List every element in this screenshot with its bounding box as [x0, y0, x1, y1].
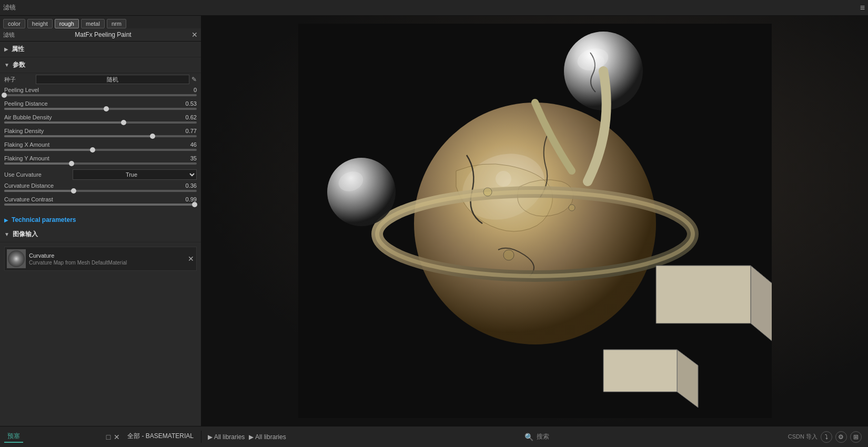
bottom-tab-base[interactable]: 全部 - BASEMATERIAL	[124, 431, 197, 443]
curvature-contrast-track[interactable]	[4, 204, 197, 206]
flaking-y-amount-fill	[4, 162, 72, 165]
flaking-y-amount-value: 35	[190, 155, 197, 161]
curvature-distance-row: Curvature Distance 0.36	[0, 181, 201, 195]
flaking-density-fill	[4, 135, 153, 137]
bottom-actions: CSDN 导入 ⤵ ⚙ ⊞	[788, 431, 862, 443]
properties-label: 属性	[12, 45, 24, 54]
settings-icon[interactable]: ⚙	[835, 431, 847, 443]
bottom-right: ▶ All libraries ▶ All libraries 🔍 搜索 CSD…	[201, 431, 868, 443]
flaking-density-value: 0.77	[186, 128, 197, 134]
peeling-distance-track[interactable]	[4, 108, 197, 110]
curvature-contrast-row: Curvature Contrast 0.99	[0, 195, 201, 209]
peeling-level-thumb[interactable]	[2, 93, 7, 98]
tab-metal[interactable]: metal	[81, 19, 105, 28]
peeling-distance-row: Peeling Distance 0.53	[0, 99, 201, 113]
curvature-info: Curvature Curvature Map from Mesh Defaul…	[29, 252, 185, 266]
flaking-x-amount-label: Flaking X Amount	[4, 141, 190, 148]
peeling-level-value: 0	[194, 87, 197, 93]
svg-point-18	[503, 250, 514, 260]
bottom-tab-presets[interactable]: 预塞	[4, 431, 23, 443]
search-label: 搜索	[537, 432, 549, 441]
flaking-y-amount-label: Flaking Y Amount	[4, 155, 190, 161]
render-area	[201, 16, 868, 426]
bottom-tab-icons: □ ✕	[106, 433, 120, 441]
properties-section-header[interactable]: ▶ 属性	[0, 42, 201, 57]
filter-close-icon[interactable]: ✕	[191, 31, 198, 39]
menu-icon[interactable]: ≡	[860, 3, 865, 13]
tab-height[interactable]: height	[27, 19, 53, 28]
params-content: 种子 ✎ Peeling Level 0 Peeling Distance	[0, 73, 201, 213]
search-icon: 🔍	[524, 433, 533, 441]
curvature-distance-track[interactable]	[4, 190, 197, 192]
curvature-distance-value: 0.36	[186, 182, 197, 189]
peeling-level-label: Peeling Level	[4, 87, 194, 93]
tech-params-label: Technical parameters	[12, 216, 76, 224]
peeling-level-row: Peeling Level 0	[0, 86, 201, 99]
curvature-distance-label: Curvature Distance	[4, 182, 186, 189]
image-input-arrow-icon: ▼	[4, 231, 9, 237]
top-bar: 滤镜 ≡	[0, 0, 868, 16]
main-layout: color height rough metal nrm 滤镜 MatFx Pe…	[0, 16, 868, 426]
air-bubble-density-value: 0.62	[186, 114, 197, 120]
seed-input[interactable]	[36, 75, 189, 84]
peeling-level-track[interactable]	[4, 94, 197, 96]
tab-rough[interactable]: rough	[55, 19, 79, 28]
curvature-input-item: Curvature Curvature Map from Mesh Defaul…	[4, 247, 197, 271]
params-section-header[interactable]: ▼ 参数	[0, 57, 201, 73]
flaking-x-amount-value: 46	[190, 141, 197, 148]
svg-point-19	[496, 171, 511, 187]
air-bubble-density-thumb[interactable]	[121, 120, 126, 125]
seed-edit-icon[interactable]: ✎	[191, 76, 197, 83]
peeling-distance-value: 0.53	[186, 100, 197, 107]
flaking-x-amount-thumb[interactable]	[90, 147, 95, 153]
flaking-x-amount-track[interactable]	[4, 149, 197, 151]
render-svg	[298, 24, 772, 418]
flaking-density-track[interactable]	[4, 135, 197, 137]
bottom-search: 🔍 搜索	[524, 432, 549, 441]
viewport[interactable]	[201, 16, 868, 426]
curvature-distance-fill	[4, 190, 74, 192]
params-arrow-icon: ▼	[4, 62, 9, 68]
flaking-x-amount-fill	[4, 149, 93, 151]
use-curvature-select[interactable]: True	[73, 169, 197, 180]
curvature-distance-thumb[interactable]	[71, 188, 76, 194]
flaking-density-label: Flaking Density	[4, 128, 186, 134]
air-bubble-density-fill	[4, 121, 124, 124]
tab-nrm[interactable]: nrm	[107, 19, 126, 28]
image-input-label: 图像输入	[13, 230, 38, 239]
image-input-section-header[interactable]: ▼ 图像输入	[0, 227, 201, 242]
bottom-icon-2[interactable]: ✕	[114, 433, 120, 441]
peeling-distance-thumb[interactable]	[104, 106, 109, 111]
tech-params-header[interactable]: ▶ Technical parameters	[0, 213, 201, 227]
bottom-icon-1[interactable]: □	[106, 433, 110, 441]
seed-row: 种子 ✎	[0, 73, 201, 86]
curvature-subtitle: Curvature Map from Mesh DefaultMaterial	[29, 260, 185, 266]
curvature-contrast-label: Curvature Contrast	[4, 196, 186, 202]
svg-point-11	[327, 158, 396, 226]
grid-icon[interactable]: ⊞	[850, 431, 862, 443]
air-bubble-density-track[interactable]	[4, 121, 197, 124]
flaking-density-thumb[interactable]	[150, 134, 155, 139]
tab-color[interactable]: color	[3, 19, 25, 28]
flaking-y-amount-thumb[interactable]	[69, 161, 74, 166]
curvature-close-icon[interactable]: ✕	[188, 255, 194, 263]
image-input-content: Curvature Curvature Map from Mesh Defaul…	[0, 242, 201, 273]
app-title: 滤镜	[3, 3, 16, 12]
bottom-all-libraries-1: ▶ All libraries	[208, 433, 245, 441]
air-bubble-density-label: Air Bubble Density	[4, 114, 186, 120]
params-label: 参数	[13, 60, 25, 69]
peeling-distance-fill	[4, 108, 106, 110]
left-panel: color height rough metal nrm 滤镜 MatFx Pe…	[0, 16, 201, 426]
bottom-all-libraries-2: ▶ All libraries	[249, 433, 286, 441]
filter-section-label: 滤镜	[3, 31, 15, 39]
flaking-y-amount-track[interactable]	[4, 162, 197, 165]
flaking-x-amount-row: Flaking X Amount 46	[0, 140, 201, 154]
flaking-y-amount-row: Flaking Y Amount 35	[0, 154, 201, 168]
import-icon[interactable]: ⤵	[821, 431, 832, 443]
svg-point-1	[8, 250, 25, 267]
filter-name: MatFx Peeling Paint	[17, 31, 189, 38]
curvature-contrast-thumb[interactable]	[192, 202, 197, 207]
curvature-title: Curvature	[29, 252, 185, 259]
air-bubble-density-row: Air Bubble Density 0.62	[0, 113, 201, 127]
flaking-density-row: Flaking Density 0.77	[0, 127, 201, 140]
